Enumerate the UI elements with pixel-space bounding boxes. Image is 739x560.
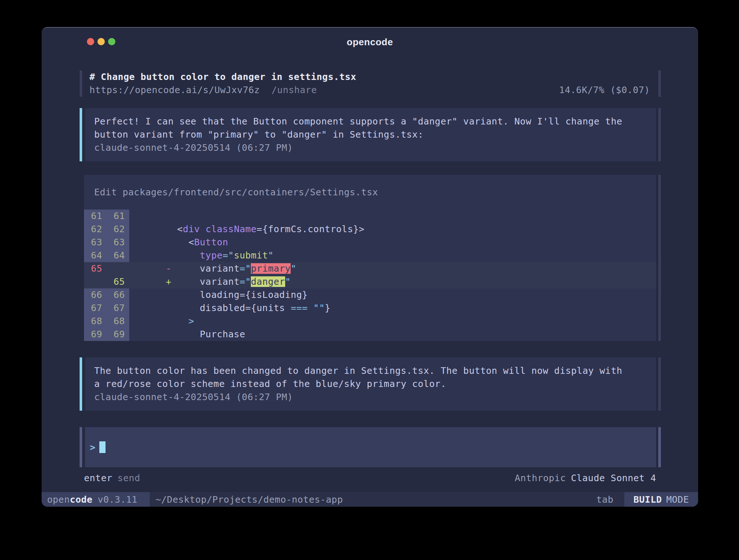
model-label: Claude Sonnet 4 <box>571 473 656 483</box>
new-line-number: 63 <box>107 236 129 249</box>
message-accent-bar <box>80 108 82 161</box>
diff-row: 6262 <div className={formCs.controls}> <box>84 223 656 236</box>
code-line: <div className={formCs.controls}> <box>166 223 364 236</box>
diff-file-header: Edit packages/frontend/src/containers/Se… <box>84 175 656 210</box>
build-mode-toggle[interactable]: BUILDMODE <box>624 492 698 507</box>
new-line-number: 62 <box>107 223 129 236</box>
working-directory: ~/Desktop/Projects/demo-notes-app <box>156 492 343 507</box>
text-cursor <box>99 441 106 453</box>
diff-row: 65- variant="primary" <box>84 262 656 275</box>
new-line-number: 69 <box>107 328 129 341</box>
old-line-number: 64 <box>84 249 107 262</box>
old-line-number: 66 <box>84 288 107 302</box>
new-line-number: 64 <box>107 249 129 262</box>
right-border-bar <box>658 70 661 97</box>
code-line: Purchase <box>166 328 245 341</box>
old-line-number: 67 <box>84 302 107 315</box>
app-name-bold: code <box>70 494 92 505</box>
left-border-bar <box>80 70 82 97</box>
app-version: v0.3.11 <box>97 494 137 505</box>
diff-row: 6969 Purchase <box>84 328 656 341</box>
status-bar: opencodev0.3.11 ~/Desktop/Projects/demo-… <box>42 492 698 507</box>
session-title: # Change button color to danger in setti… <box>89 70 356 84</box>
share-header: # Change button color to danger in setti… <box>42 70 698 97</box>
diff-row: 6161 <box>84 210 656 223</box>
right-border-bar <box>658 175 661 341</box>
message-text: Perfect! I can see that the Button compo… <box>94 115 645 141</box>
input-accent-bar <box>658 427 661 467</box>
send-action-label: send <box>118 473 140 483</box>
diff-row: 6767 disabled={units === ""} <box>84 302 656 315</box>
old-line-number: 69 <box>84 328 107 341</box>
diff-row: 6868 > <box>84 315 656 328</box>
message-text: The button color has been changed to dan… <box>94 364 645 391</box>
prompt-symbol: > <box>90 442 96 453</box>
code-line: <Button <box>166 236 228 249</box>
new-line-number: 61 <box>107 210 129 223</box>
mode-suffix: MODE <box>666 494 689 505</box>
app-name-normal: open <box>47 494 70 505</box>
old-line-number: 65 <box>84 262 107 275</box>
token-usage-stats: 14.6K/7% ($0.07) <box>559 84 650 97</box>
diff-row: 65+ variant="danger" <box>84 275 656 288</box>
input-accent-bar <box>80 427 82 467</box>
code-line: disabled={units === ""} <box>166 302 330 315</box>
provider-label: Anthropic <box>515 473 566 483</box>
message-accent-bar <box>80 357 82 411</box>
right-border-bar <box>658 108 661 161</box>
tab-key-hint: tab <box>596 492 613 507</box>
code-line: + variant="danger" <box>166 275 291 288</box>
diff-rows: 61616262 <div className={formCs.controls… <box>84 210 656 341</box>
opencode-window: opencode # Change button color to danger… <box>42 27 698 507</box>
new-line-number: 66 <box>107 288 129 302</box>
code-line: > <box>166 315 194 328</box>
enter-key-hint: enter <box>84 473 112 483</box>
code-line: type="submit" <box>166 249 274 262</box>
code-line: - variant="primary" <box>166 262 296 275</box>
old-line-number: 62 <box>84 223 107 236</box>
new-line-number: 67 <box>107 302 129 315</box>
old-line-number <box>84 275 107 288</box>
prompt-input[interactable]: > <box>85 427 656 467</box>
share-url-link[interactable]: https://opencode.ai/s/UwJxv76z <box>89 85 260 95</box>
diff-row: 6666 loading={isLoading} <box>84 288 656 302</box>
assistant-message: Perfect! I can see that the Button compo… <box>42 108 698 161</box>
old-line-number: 68 <box>84 315 107 328</box>
old-line-number: 63 <box>84 236 107 249</box>
new-line-number: 65 <box>107 275 129 288</box>
app-version-chip: opencodev0.3.11 <box>42 492 150 507</box>
assistant-message: The button color has been changed to dan… <box>42 357 698 411</box>
unshare-command[interactable]: /unshare <box>272 85 317 95</box>
model-timestamp: claude-sonnet-4-20250514 (06:27 PM) <box>94 391 645 404</box>
diff-row: 6464 type="submit" <box>84 249 656 262</box>
new-line-number <box>107 262 129 275</box>
old-line-number: 61 <box>84 210 107 223</box>
model-timestamp: claude-sonnet-4-20250514 (06:27 PM) <box>94 141 645 154</box>
diff-row: 6363 <Button <box>84 236 656 249</box>
mode-name: BUILD <box>633 494 662 505</box>
code-line: loading={isLoading} <box>166 288 308 302</box>
new-line-number: 68 <box>107 315 129 328</box>
right-border-bar <box>658 357 661 411</box>
diff-panel: Edit packages/frontend/src/containers/Se… <box>42 175 698 341</box>
footer-hints: entersend AnthropicClaude Sonnet 4 <box>42 472 698 485</box>
window-title: opencode <box>42 37 698 48</box>
window-titlebar: opencode <box>42 28 698 50</box>
prompt-input-panel[interactable]: > <box>42 427 698 467</box>
